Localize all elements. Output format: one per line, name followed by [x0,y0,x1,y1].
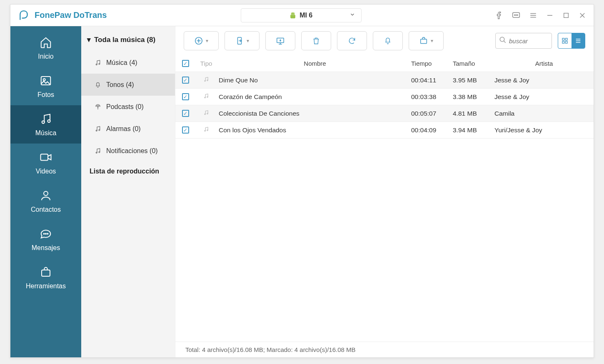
ringtone-button[interactable] [373,31,403,50]
sidebar-item-musica[interactable]: Música [10,105,81,144]
category-item-musica[interactable]: Música (4) [81,52,175,74]
svg-rect-32 [565,41,567,43]
status-bar: Total: 4 archivo(s)/16.08 MB; Marcado: 4… [175,342,594,357]
col-head-artist[interactable]: Artista [491,60,594,67]
sidebar-item-mensajes[interactable]: Mensajes [10,220,81,258]
sidebar-item-inicio[interactable]: Inicio [10,29,81,67]
col-head-name[interactable]: Nombre [217,60,411,67]
tools-icon [39,265,53,279]
music-note-icon [203,77,209,84]
sidebar-item-label: Música [35,129,57,137]
sidebar-item-fotos[interactable]: Fotos [10,67,81,105]
sidebar-item-label: Herramientas [26,282,66,290]
export-to-pc-button[interactable] [265,31,295,50]
music-note-icon [95,148,102,154]
window-controls [495,11,586,20]
svg-point-5 [517,15,518,15]
table-row[interactable]: ✓ Con los Ojos Vendados 00:04:09 3.94 MB… [175,122,594,139]
search-input[interactable] [509,37,548,45]
caret-down-icon: ▾ [87,35,91,44]
playlist-header: Lista de reproducción [81,162,175,175]
export-to-device-button[interactable]: ▾ [225,31,260,50]
category-item-notificaciones[interactable]: Notificaciones (0) [81,140,175,162]
col-head-type[interactable]: Tipo [195,60,217,67]
sidebar-item-herramientas[interactable]: Herramientas [10,258,81,297]
svg-point-20 [96,130,97,131]
app-title: FonePaw DoTrans [35,10,107,20]
main-area: ▾ ▾ ▾ [175,26,594,357]
table-row[interactable]: ✓ Corazón de Campeón 00:03:38 3.38 MB Je… [175,89,594,105]
search-icon [499,36,507,45]
col-head-time[interactable]: Tiempo [411,60,453,67]
category-item-label: Música (4) [106,59,137,67]
col-head-size[interactable]: Tamaño [453,60,491,67]
home-icon [39,35,53,50]
category-item-podcasts[interactable]: Podcasts (0) [81,96,175,118]
music-note-icon [203,126,209,134]
list-view-button[interactable] [572,33,585,48]
maximize-icon[interactable] [563,12,569,19]
svg-point-40 [207,130,208,131]
music-icon [39,112,53,126]
messages-icon [39,227,53,241]
podcast-icon [95,104,102,110]
cell-artist: Jesse & Joy [491,93,594,101]
row-checkbox[interactable]: ✓ [182,93,189,100]
svg-rect-29 [562,38,564,40]
svg-point-21 [99,129,100,131]
app-logo-icon [18,10,30,21]
grid-view-button[interactable] [558,33,572,48]
svg-point-4 [516,15,517,15]
svg-point-9 [42,121,45,123]
table-row[interactable]: ✓ Coleccionista De Canciones 00:05:07 4.… [175,105,594,122]
toolbox-button[interactable]: ▾ [409,31,444,50]
device-selector[interactable]: MI 6 [241,8,362,22]
svg-rect-16 [42,270,50,276]
cell-time: 00:04:11 [411,77,453,84]
category-item-label: Alarmas (0) [106,125,141,133]
category-item-label: Tonos (4) [106,81,134,89]
row-checkbox[interactable]: ✓ [182,126,189,134]
svg-point-28 [500,37,504,42]
facebook-icon[interactable] [495,12,503,19]
add-button[interactable]: ▾ [184,31,219,50]
cell-artist: Yuri/Jesse & Joy [491,126,594,134]
svg-point-12 [44,191,48,196]
music-note-icon [95,59,102,66]
sidebar-item-videos[interactable]: Videos [10,144,81,182]
feedback-icon[interactable] [512,11,520,20]
svg-point-33 [205,80,205,81]
svg-point-17 [96,64,97,65]
svg-point-34 [207,80,208,81]
svg-point-18 [99,63,100,64]
svg-rect-27 [421,39,427,43]
sidebar-item-label: Contactos [31,206,61,213]
refresh-button[interactable] [337,31,367,50]
close-icon[interactable] [579,12,586,19]
table-header: ✓ Tipo Nombre Tiempo Tamaño Artista [175,55,594,72]
category-header[interactable]: ▾ Toda la música (8) [81,35,175,52]
category-item-alarmas[interactable]: Alarmas (0) [81,118,175,140]
minimize-icon[interactable] [546,12,554,19]
svg-rect-30 [565,38,567,40]
svg-point-1 [293,13,294,14]
svg-point-10 [47,120,50,122]
select-all-checkbox[interactable]: ✓ [182,60,189,67]
sidebar-item-contactos[interactable]: Contactos [10,182,81,220]
cell-name: Corazón de Campeón [217,93,411,101]
device-name: MI 6 [300,12,312,19]
svg-rect-11 [41,154,48,161]
search-box[interactable] [495,33,552,49]
cell-size: 4.81 MB [453,110,491,117]
delete-button[interactable] [301,31,331,50]
row-checkbox[interactable]: ✓ [182,77,189,84]
table-row[interactable]: ✓ Dime Que No 00:04:11 3.95 MB Jesse & J… [175,72,594,89]
category-panel: ▾ Toda la música (8) Música (4) Tonos (4… [81,26,175,357]
menu-icon[interactable] [529,12,537,19]
titlebar: FonePaw DoTrans MI 6 [10,5,594,26]
category-item-tonos[interactable]: Tonos (4) [81,74,175,96]
category-item-label: Podcasts (0) [106,103,144,111]
row-checkbox[interactable]: ✓ [182,110,189,117]
view-toggle [558,33,585,49]
svg-point-8 [43,79,45,81]
